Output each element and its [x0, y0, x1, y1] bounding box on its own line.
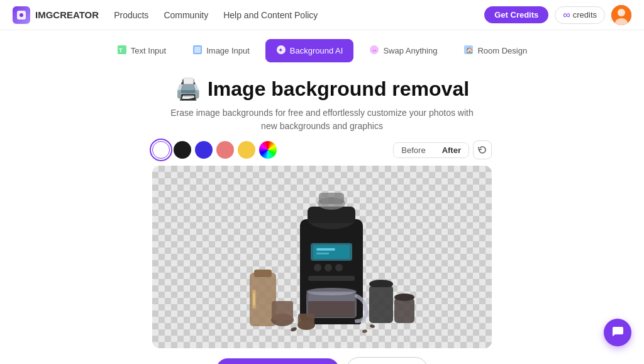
svg-text:🏠: 🏠 — [466, 47, 474, 54]
tab-room-design[interactable]: 🏠 Room Design — [453, 39, 538, 62]
chat-icon — [611, 324, 625, 341]
svg-point-47 — [369, 324, 375, 329]
navbar-right: Get Credits ∞ credits — [484, 5, 631, 25]
room-design-icon: 🏠 — [464, 45, 474, 57]
buttons-row: Generate Background Download — [216, 357, 427, 364]
hero-title: 🖨️ Image background removal — [0, 76, 644, 101]
tab-text-input[interactable]: T Text Input — [106, 39, 177, 62]
hero-section: 🖨️ Image background removal Erase image … — [0, 71, 644, 140]
svg-rect-25 — [319, 193, 344, 204]
tab-text-input-label: Text Input — [131, 46, 166, 55]
credits-label: credits — [573, 10, 597, 20]
generate-background-button[interactable]: Generate Background — [216, 358, 338, 365]
hero-subtitle: Erase image backgrounds for free and eff… — [165, 106, 479, 133]
svg-rect-33 — [308, 276, 355, 281]
svg-rect-41 — [371, 287, 392, 292]
avatar[interactable] — [611, 5, 631, 25]
svg-rect-16 — [254, 270, 272, 277]
tabs-row: T Text Input Image Input ✦ Background AI… — [0, 30, 644, 71]
svg-point-36 — [306, 288, 357, 295]
credits-badge[interactable]: ∞ credits — [555, 6, 605, 24]
svg-rect-8 — [194, 47, 201, 53]
download-button[interactable]: Download — [347, 357, 428, 364]
swatch-multicolor[interactable] — [259, 141, 277, 159]
after-button[interactable]: After — [435, 143, 469, 157]
svg-text:✦: ✦ — [278, 47, 283, 54]
image-canvas — [152, 166, 492, 348]
nav-help[interactable]: Help and Content Policy — [223, 10, 318, 20]
logo-icon — [13, 6, 30, 24]
image-input-icon — [192, 45, 203, 57]
svg-rect-18 — [253, 293, 255, 305]
svg-point-31 — [325, 264, 332, 271]
svg-point-43 — [394, 293, 414, 301]
nav-products[interactable]: Products — [114, 10, 148, 20]
svg-point-3 — [618, 9, 625, 16]
before-after-toggle: Before After — [393, 142, 469, 158]
swatch-darkblue[interactable] — [195, 141, 213, 159]
swatch-white[interactable] — [152, 141, 170, 159]
coffee-machine-image — [152, 166, 492, 348]
hero-title-icon: 🖨️ — [175, 76, 201, 101]
svg-rect-45 — [298, 314, 314, 325]
svg-point-46 — [290, 326, 297, 332]
before-button[interactable]: Before — [394, 143, 433, 157]
tab-image-input-label: Image Input — [206, 46, 250, 55]
infinity-icon: ∞ — [563, 9, 570, 21]
svg-rect-37 — [308, 301, 355, 317]
swatch-black[interactable] — [174, 141, 191, 159]
main-content: Before After — [0, 140, 644, 364]
logo[interactable]: IMGCREATOR — [13, 6, 99, 24]
swatches-row: Before After — [152, 140, 492, 159]
text-input-icon: T — [117, 45, 127, 57]
tab-background-ai-label: Background AI — [290, 46, 343, 55]
logo-text: IMGCREATOR — [35, 9, 99, 20]
svg-text:T: T — [119, 47, 123, 54]
tab-swap-anything-label: Swap Anything — [383, 46, 437, 55]
navbar: IMGCREATOR Products Community Help and C… — [0, 0, 644, 30]
swatches-left — [152, 141, 277, 159]
svg-point-30 — [314, 264, 321, 271]
swatch-yellow[interactable] — [238, 141, 255, 159]
svg-point-32 — [335, 264, 343, 271]
svg-point-48 — [362, 329, 368, 333]
navbar-left: IMGCREATOR Products Community Help and C… — [13, 6, 318, 24]
svg-rect-29 — [316, 253, 329, 254]
hero-title-text: Image background removal — [208, 77, 469, 101]
tab-background-ai[interactable]: ✦ Background AI — [265, 39, 354, 62]
chat-fab-button[interactable] — [604, 319, 631, 346]
background-ai-icon: ✦ — [276, 45, 286, 57]
svg-point-40 — [369, 280, 393, 288]
svg-rect-42 — [394, 298, 414, 323]
swatch-pink[interactable] — [216, 141, 234, 159]
tab-image-input[interactable]: Image Input — [182, 39, 260, 62]
svg-text:↔: ↔ — [372, 47, 377, 54]
svg-point-1 — [19, 13, 23, 17]
tab-room-design-label: Room Design — [477, 46, 527, 55]
get-credits-button[interactable]: Get Credits — [484, 6, 548, 23]
nav-community[interactable]: Community — [164, 10, 208, 20]
svg-rect-28 — [316, 248, 335, 251]
refresh-button[interactable] — [473, 140, 492, 159]
swap-anything-icon: ↔ — [369, 45, 379, 57]
svg-rect-27 — [313, 245, 350, 259]
svg-rect-20 — [272, 301, 293, 320]
tab-swap-anything[interactable]: ↔ Swap Anything — [358, 39, 448, 62]
